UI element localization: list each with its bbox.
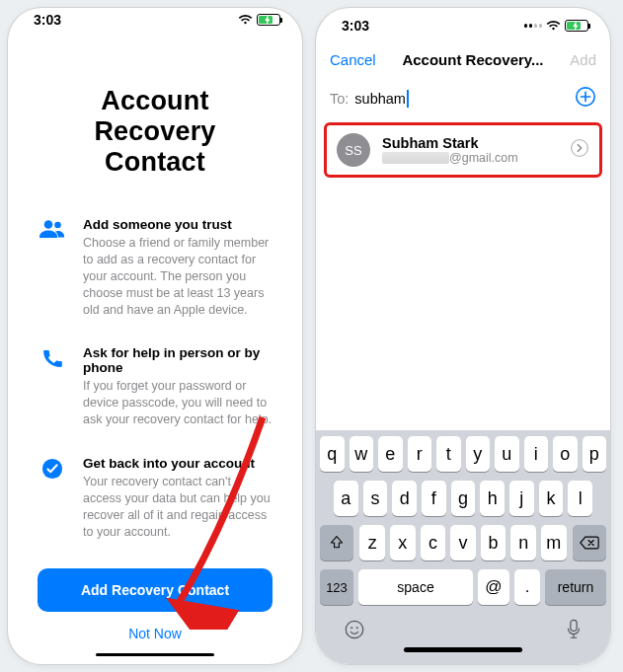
info-heading: Add someone you trust	[83, 217, 273, 232]
key-d[interactable]: d	[392, 481, 417, 516]
emoji-key[interactable]	[344, 619, 365, 644]
key-x[interactable]: x	[390, 525, 416, 560]
svg-point-5	[346, 621, 362, 637]
status-bar: 3:03	[316, 8, 610, 43]
key-z[interactable]: z	[359, 525, 385, 560]
key-m[interactable]: m	[541, 525, 567, 560]
info-getback: Get back into your account Your recovery…	[38, 456, 273, 541]
screen-add-contact-search: 3:03 Cancel Account Recovery... Add To: …	[316, 8, 610, 664]
info-ask: Ask for help in person or by phone If yo…	[38, 345, 273, 428]
battery-icon	[257, 14, 280, 26]
svg-point-4	[572, 140, 588, 157]
contact-email: @gmail.com	[382, 151, 558, 165]
avatar: SS	[337, 133, 370, 167]
signal-icon	[524, 24, 542, 28]
key-t[interactable]: t	[436, 436, 461, 472]
home-indicator[interactable]	[404, 647, 522, 652]
info-body: If you forget your password or device pa…	[83, 378, 273, 428]
status-bar: 3:03	[8, 8, 302, 33]
wifi-icon	[238, 14, 253, 26]
battery-icon	[565, 20, 588, 32]
key-w[interactable]: w	[350, 436, 374, 472]
contact-result-row[interactable]: SS Subham Stark @gmail.com	[327, 125, 599, 175]
info-trust: Add someone you trust Choose a friend or…	[38, 217, 273, 318]
add-button[interactable]: Add	[570, 51, 596, 68]
key-v[interactable]: v	[450, 525, 476, 560]
return-key[interactable]: return	[545, 569, 606, 605]
key-s[interactable]: s	[363, 481, 388, 516]
key-n[interactable]: n	[510, 525, 536, 560]
key-k[interactable]: k	[539, 481, 564, 516]
home-indicator[interactable]	[96, 653, 214, 656]
to-input[interactable]: subham	[354, 90, 575, 108]
page-title: Account RecoveryContact	[38, 86, 273, 178]
key-j[interactable]: j	[509, 481, 534, 516]
dictation-key[interactable]	[565, 619, 583, 644]
status-time: 3:03	[34, 12, 61, 28]
to-label: To:	[330, 91, 349, 107]
key-h[interactable]: h	[480, 481, 505, 516]
numbers-key[interactable]: 123	[320, 569, 353, 605]
add-recovery-contact-button[interactable]: Add Recovery Contact	[38, 568, 273, 612]
key-g[interactable]: g	[451, 481, 476, 516]
space-key[interactable]: space	[358, 569, 473, 605]
svg-point-6	[350, 627, 352, 629]
key-e[interactable]: e	[378, 436, 403, 472]
to-field-row[interactable]: To: subham	[316, 78, 610, 118]
key-l[interactable]: l	[568, 481, 592, 516]
status-time: 3:03	[342, 18, 369, 34]
key-q[interactable]: q	[320, 436, 345, 472]
key-a[interactable]: a	[334, 481, 358, 516]
info-heading: Get back into your account	[83, 456, 273, 471]
key-y[interactable]: y	[466, 436, 491, 472]
period-key[interactable]: .	[514, 569, 540, 605]
key-c[interactable]: c	[421, 525, 446, 560]
nav-bar: Cancel Account Recovery... Add	[316, 43, 610, 78]
key-p[interactable]: p	[583, 436, 607, 472]
key-f[interactable]: f	[422, 481, 446, 516]
content-area: Account RecoveryContact Add someone you …	[8, 33, 302, 647]
contact-name: Subham Stark	[382, 135, 558, 151]
info-heading: Ask for help in person or by phone	[83, 345, 273, 375]
nav-title: Account Recovery...	[402, 51, 543, 68]
key-u[interactable]: u	[495, 436, 519, 472]
chevron-right-icon[interactable]	[570, 138, 589, 162]
people-icon	[38, 217, 67, 318]
text-cursor	[407, 90, 409, 108]
svg-point-1	[54, 222, 61, 229]
check-circle-icon	[38, 456, 67, 541]
backspace-key[interactable]	[573, 525, 606, 560]
key-r[interactable]: r	[408, 436, 432, 472]
shift-key[interactable]	[320, 525, 353, 560]
info-body: Your recovery contact can't access your …	[83, 474, 273, 541]
info-body: Choose a friend or family member to add …	[83, 235, 273, 318]
at-key[interactable]: @	[478, 569, 509, 605]
svg-point-0	[44, 220, 53, 229]
highlight-annotation: SS Subham Stark @gmail.com	[324, 122, 602, 178]
svg-rect-8	[571, 620, 577, 631]
redacted-text	[382, 152, 449, 164]
key-b[interactable]: b	[481, 525, 506, 560]
key-o[interactable]: o	[553, 436, 578, 472]
key-i[interactable]: i	[524, 436, 549, 472]
screen-recovery-intro: 3:03 Account RecoveryContact Add someone…	[8, 8, 302, 664]
not-now-button[interactable]: Not Now	[38, 612, 273, 647]
add-contact-icon[interactable]	[575, 86, 596, 111]
svg-point-7	[356, 627, 358, 629]
keyboard[interactable]: qwertyuiop asdfghjkl zxcvbnm 123 space @…	[316, 430, 610, 664]
cancel-button[interactable]: Cancel	[330, 51, 376, 68]
phone-icon	[38, 345, 67, 428]
wifi-icon	[546, 20, 561, 32]
